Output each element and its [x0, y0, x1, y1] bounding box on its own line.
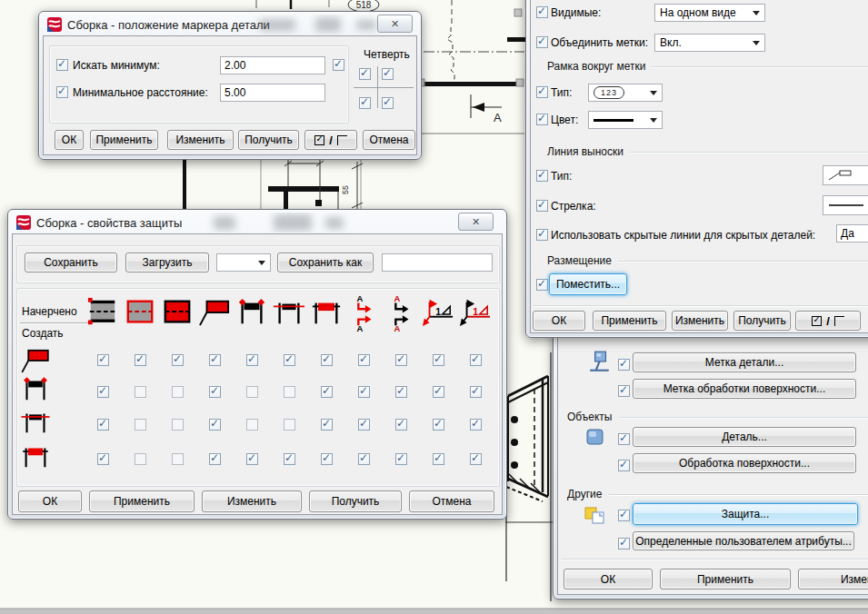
grid-checkbox[interactable]	[321, 419, 333, 431]
grid-checkbox[interactable]	[433, 419, 444, 431]
get-button[interactable]: Получить	[238, 130, 299, 150]
ok-button[interactable]: ОК	[533, 311, 585, 331]
cancel-button[interactable]: Отмена	[363, 130, 415, 150]
grid-checkbox[interactable]	[209, 386, 221, 398]
modify-button[interactable]: Изменить	[798, 569, 868, 589]
protection-button[interactable]: Защита...	[633, 503, 858, 525]
apply-button[interactable]: Применить	[89, 490, 195, 512]
grid-checkbox[interactable]	[97, 354, 109, 366]
arrow-type-field[interactable]	[823, 195, 868, 215]
modify-button[interactable]: Изменить	[167, 130, 234, 150]
grid-checkbox[interactable]	[172, 386, 184, 398]
surface-mark-button[interactable]: Метка обработки поверхности...	[633, 379, 856, 399]
grid-checkbox[interactable]	[284, 386, 295, 398]
grid-checkbox[interactable]	[172, 453, 184, 465]
grid-checkbox[interactable]	[358, 386, 370, 398]
grid-checkbox[interactable]	[358, 354, 370, 366]
grid-checkbox[interactable]	[321, 386, 333, 398]
quarter-top-right-checkbox[interactable]	[382, 68, 394, 80]
save-as-button[interactable]: Сохранить как	[277, 253, 374, 272]
surface-treatment-button[interactable]: Обработка поверхности...	[633, 453, 856, 473]
grid-checkbox[interactable]	[470, 354, 482, 366]
frame-color-dropdown[interactable]	[588, 111, 663, 129]
grid-checkbox[interactable]	[395, 386, 407, 398]
placement-checkbox[interactable]	[536, 279, 548, 291]
grid-checkbox[interactable]	[135, 453, 146, 465]
grid-checkbox[interactable]	[470, 453, 482, 465]
grid-checkbox[interactable]	[321, 354, 333, 366]
visible-dropdown[interactable]: На одном виде	[654, 4, 765, 22]
grid-checkbox[interactable]	[358, 453, 370, 465]
part-checkbox[interactable]	[618, 433, 630, 445]
search-min-side-checkbox[interactable]	[333, 59, 344, 71]
user-attributes-button[interactable]: Определенные пользователем атрибуты...	[633, 531, 854, 550]
quarter-bottom-right-checkbox[interactable]	[382, 97, 394, 109]
dialog-titlebar[interactable]: Сборка - свойства защиты	[12, 213, 503, 233]
ok-button[interactable]: ОК	[55, 130, 84, 150]
merge-marks-checkbox[interactable]	[536, 36, 548, 48]
hidden-lines-field[interactable]: Да	[836, 224, 868, 243]
grid-checkbox[interactable]	[433, 354, 444, 366]
surface-treatment-checkbox[interactable]	[618, 460, 630, 471]
quarter-top-left-checkbox[interactable]	[359, 68, 371, 80]
grid-checkbox[interactable]	[209, 453, 221, 465]
grid-checkbox[interactable]	[135, 386, 146, 398]
profile-dropdown[interactable]	[216, 253, 271, 272]
grid-checkbox[interactable]	[284, 453, 295, 465]
hidden-lines-checkbox[interactable]	[536, 229, 548, 241]
quarter-bottom-left-checkbox[interactable]	[359, 97, 371, 109]
grid-checkbox[interactable]	[433, 386, 444, 398]
close-button[interactable]: ✕	[377, 15, 413, 33]
save-button[interactable]: Сохранить	[25, 253, 117, 272]
modify-button[interactable]: Изменить	[202, 490, 302, 512]
grid-checkbox[interactable]	[246, 419, 258, 431]
merge-marks-dropdown[interactable]: Вкл.	[654, 34, 765, 52]
leader-type-checkbox[interactable]	[536, 170, 548, 182]
get-button[interactable]: Получить	[733, 311, 791, 331]
cancel-button[interactable]: Отмена	[409, 490, 494, 512]
apply-button[interactable]: Применить	[660, 569, 791, 589]
dialog-titlebar[interactable]: Сборка - положение маркера детали	[43, 15, 417, 35]
protection-checkbox[interactable]	[618, 510, 630, 521]
grid-checkbox[interactable]	[97, 419, 109, 431]
leader-type-field[interactable]	[823, 165, 868, 185]
frame-color-checkbox[interactable]	[536, 114, 548, 125]
load-button[interactable]: Загрузить	[125, 253, 209, 272]
ok-button[interactable]: ОК	[564, 569, 653, 589]
grid-checkbox[interactable]	[321, 453, 333, 465]
frame-type-checkbox[interactable]	[536, 86, 548, 98]
ok-button[interactable]: ОК	[18, 490, 82, 512]
visible-checkbox[interactable]	[536, 6, 548, 18]
toggle-all-switches-button[interactable]: ✓/	[795, 311, 861, 331]
grid-checkbox[interactable]	[395, 419, 407, 431]
toggle-all-switches-button[interactable]: ✓/	[304, 130, 357, 150]
min-distance-checkbox[interactable]	[56, 86, 68, 98]
save-as-name-input[interactable]	[382, 253, 493, 272]
part-mark-button[interactable]: Метка детали...	[633, 352, 856, 372]
modify-button[interactable]: Изменить	[672, 311, 728, 331]
get-button[interactable]: Получить	[309, 490, 402, 512]
surface-mark-checkbox[interactable]	[618, 385, 630, 397]
grid-checkbox[interactable]	[358, 419, 370, 431]
grid-checkbox[interactable]	[97, 386, 109, 398]
close-button[interactable]: ✕	[458, 213, 494, 231]
grid-checkbox[interactable]	[246, 386, 258, 398]
arrow-checkbox[interactable]	[536, 200, 548, 212]
grid-checkbox[interactable]	[433, 453, 444, 465]
grid-checkbox[interactable]	[284, 419, 295, 431]
apply-button[interactable]: Применить	[90, 130, 158, 150]
search-min-checkbox[interactable]	[56, 59, 68, 71]
grid-checkbox[interactable]	[209, 354, 221, 366]
min-distance-input[interactable]: 5.00	[220, 84, 325, 102]
place-button[interactable]: Поместить...	[549, 273, 627, 295]
grid-checkbox[interactable]	[172, 354, 184, 366]
grid-checkbox[interactable]	[395, 354, 407, 366]
apply-button[interactable]: Применить	[593, 311, 666, 331]
grid-checkbox[interactable]	[135, 354, 146, 366]
grid-checkbox[interactable]	[97, 453, 109, 465]
user-attributes-checkbox[interactable]	[618, 538, 630, 550]
part-button[interactable]: Деталь...	[633, 427, 856, 447]
frame-type-dropdown[interactable]: 123	[588, 84, 663, 102]
part-mark-checkbox[interactable]	[618, 359, 630, 371]
grid-checkbox[interactable]	[284, 354, 295, 366]
